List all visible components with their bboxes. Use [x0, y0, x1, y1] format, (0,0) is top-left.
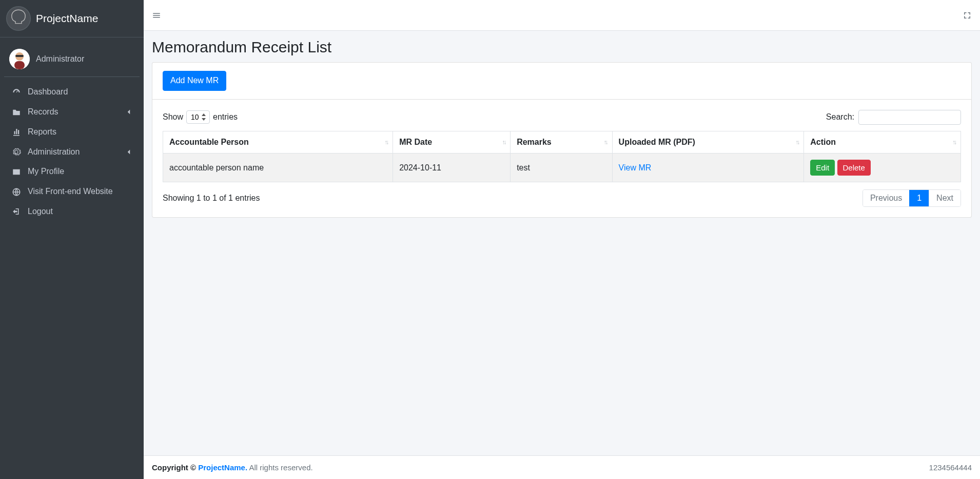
cell-mr-date: 2024-10-11 [393, 153, 511, 182]
search-input[interactable] [858, 110, 961, 125]
sidebar-item-label: Dashboard [28, 87, 68, 97]
svg-rect-3 [14, 61, 25, 69]
content-header: Memorandum Receipt List [144, 31, 980, 62]
col-mr-date[interactable]: MR Date↑↓ [393, 131, 511, 153]
sidebar-item-records[interactable]: Records [4, 102, 140, 122]
brand[interactable]: ProjectName [0, 0, 144, 37]
add-new-mr-button[interactable]: Add New MR [163, 71, 226, 91]
sidebar-item-label: Logout [28, 207, 53, 216]
cogs-icon [10, 147, 23, 157]
svg-rect-4 [15, 55, 24, 57]
user-panel[interactable]: Administrator [4, 42, 140, 77]
sort-icon: ↑↓ [795, 139, 798, 146]
footer: Copyright © ProjectName. All rights rese… [144, 455, 980, 479]
table-row: accountable person name 2024-10-11 test … [163, 153, 961, 182]
table-info: Showing 1 to 1 of 1 entries [163, 194, 260, 203]
col-accountable-person[interactable]: Accountable Person↑↓ [163, 131, 393, 153]
menu-toggle-icon[interactable] [152, 10, 161, 21]
footer-rights: All rights reserved. [247, 463, 313, 472]
topbar [144, 0, 980, 31]
brand-text: ProjectName [36, 12, 98, 25]
sidebar-item-administration[interactable]: Administration [4, 142, 140, 162]
globe-icon [10, 187, 23, 197]
idcard-icon [10, 167, 23, 177]
page-next[interactable]: Next [929, 190, 961, 206]
sort-icon: ↑↓ [952, 139, 955, 146]
length-suffix: entries [213, 112, 238, 122]
avatar [9, 49, 30, 69]
length-prefix: Show [163, 112, 183, 122]
chevron-left-icon [124, 147, 133, 157]
search-control: Search: [826, 110, 961, 125]
sidebar: ProjectName Administrator Dashboard Reco… [0, 0, 144, 479]
svg-point-0 [7, 7, 30, 30]
cell-accountable-person: accountable person name [163, 153, 393, 182]
pagination: Previous 1 Next [863, 189, 961, 207]
sidebar-nav: Dashboard Records Reports Administration… [0, 77, 144, 226]
sort-icon: ↑↓ [502, 139, 505, 146]
length-control: Show 10 entries [163, 110, 238, 124]
page-title: Memorandum Receipt List [152, 39, 972, 56]
col-remarks[interactable]: Remarks↑↓ [511, 131, 612, 153]
chart-icon [10, 127, 23, 137]
sidebar-item-reports[interactable]: Reports [4, 122, 140, 142]
edit-button[interactable]: Edit [810, 160, 835, 176]
page-previous[interactable]: Previous [863, 190, 909, 206]
sidebar-item-label: Reports [28, 127, 56, 137]
footer-copyright: Copyright © [152, 463, 198, 472]
page-current[interactable]: 1 [909, 190, 929, 206]
card-header: Add New MR [152, 63, 971, 100]
col-action[interactable]: Action↑↓ [804, 131, 961, 153]
col-uploaded-mr[interactable]: Uploaded MR (PDF)↑↓ [612, 131, 804, 153]
chevron-left-icon [124, 107, 133, 117]
logout-icon [10, 207, 23, 217]
user-name: Administrator [36, 54, 84, 64]
fullscreen-icon[interactable] [963, 10, 972, 21]
sidebar-item-logout[interactable]: Logout [4, 202, 140, 222]
footer-project[interactable]: ProjectName. [198, 463, 247, 472]
footer-right: 1234564444 [929, 463, 972, 472]
sidebar-item-label: My Profile [28, 167, 64, 176]
sidebar-item-myprofile[interactable]: My Profile [4, 162, 140, 182]
length-select[interactable]: 10 [186, 110, 210, 124]
main: Memorandum Receipt List Add New MR Show … [144, 0, 980, 479]
folder-icon [10, 107, 23, 117]
sort-icon: ↑↓ [604, 139, 607, 146]
brand-logo [6, 6, 31, 31]
delete-button[interactable]: Delete [837, 160, 871, 176]
sort-icon: ↑↓ [384, 139, 387, 146]
sidebar-item-label: Administration [28, 147, 80, 157]
data-table: Accountable Person↑↓ MR Date↑↓ Remarks↑↓… [163, 131, 961, 183]
sidebar-item-dashboard[interactable]: Dashboard [4, 82, 140, 102]
view-mr-link[interactable]: View MR [619, 163, 652, 172]
sidebar-item-visitfrontend[interactable]: Visit Front-end Website [4, 182, 140, 202]
dashboard-icon [10, 87, 23, 97]
sidebar-item-label: Records [28, 107, 58, 117]
sidebar-item-label: Visit Front-end Website [28, 187, 113, 196]
card: Add New MR Show 10 entries Search: [152, 62, 972, 218]
search-label: Search: [826, 112, 854, 122]
cell-remarks: test [511, 153, 612, 182]
